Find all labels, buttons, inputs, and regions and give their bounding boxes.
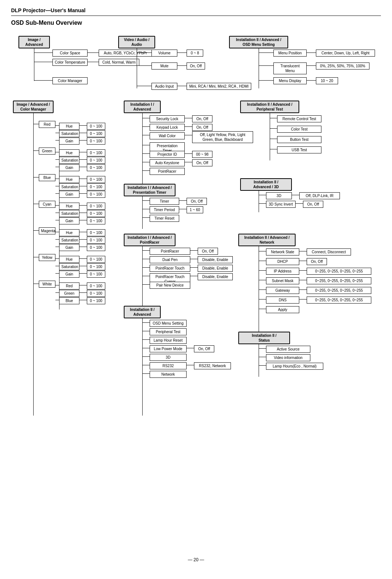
white-green-label: Green — [59, 290, 79, 297]
pointracer-touch-cursor-value: Disable, Enable — [198, 273, 233, 280]
header-inst2-network: Installation II / Advanced /Network — [238, 234, 296, 246]
dns-value: 0~255, 0~255, 0~255, 0~255 — [307, 297, 371, 304]
button-test: Button Test — [277, 136, 321, 143]
timer-reset-label: Timer Reset — [150, 215, 179, 222]
usb-test: USB Test — [277, 146, 321, 153]
active-source-label: Active Source — [266, 346, 310, 353]
ip-address-value: 0~255, 0~255, 0~255, 0~255 — [307, 268, 371, 275]
network-state-label: Network State — [266, 248, 299, 255]
low-power-mode-label: Low Power Mode — [150, 345, 187, 352]
red-saturation-value: 0 ~ 100 — [87, 130, 105, 137]
low-power-mode-value: On, Off — [194, 345, 214, 352]
pointracer-touch-value: Disable, Enable — [198, 265, 233, 272]
menu-position-label: Menu Position — [273, 50, 307, 57]
blue-saturation-label: Saturation — [59, 183, 79, 190]
header-inst2-osd: Installation II / Advanced /OSD Menu Set… — [229, 36, 288, 48]
white-blue-value: 0 ~ 100 — [87, 297, 105, 304]
green-hue-label: Hue — [59, 149, 79, 156]
green-gain-value: 0 ~ 100 — [87, 164, 105, 171]
cyan-gain-label: Gain — [59, 217, 79, 224]
timer-period-value: 1 ~ 60 — [187, 206, 203, 213]
cyan-hue-label: Hue — [59, 203, 79, 210]
audio-input-value: Mini, RCA / Mini, Mini2, RCA , HDMI — [187, 83, 251, 90]
auto-keystone-value: On, Off — [192, 159, 212, 166]
timer-value: On, Off — [187, 198, 207, 205]
menu-display-label: Menu Display — [273, 77, 307, 84]
white-red-label: Red — [59, 282, 79, 290]
color-space-value: Auto, RGB, YCbCr, YPbPr — [99, 50, 152, 57]
security-lock-label: Security Lock — [150, 115, 185, 122]
white-red-value: 0 ~ 100 — [87, 282, 105, 290]
red-hue-label: Hue — [59, 123, 79, 130]
cyan-hue-value: 0 ~ 100 — [87, 203, 105, 210]
volume-label: Volume — [151, 50, 177, 57]
white-label: White — [39, 281, 55, 288]
apply-label: Apply — [266, 306, 299, 313]
rs232-label: RS232 — [150, 362, 187, 369]
magenta-gain-value: 0 ~ 100 — [87, 244, 105, 251]
menu-display-value: 10 ~ 20 — [316, 77, 338, 84]
magenta-saturation-label: Saturation — [59, 237, 79, 244]
rs232-value: RS232, Network — [194, 362, 231, 369]
red-gain-label: Gain — [59, 138, 79, 145]
timer-label: Timer — [150, 198, 179, 205]
gateway-value: 0~255, 0~255, 0~255, 0~255 — [307, 287, 371, 294]
keypad-lock-label: Keypad Lock — [150, 124, 185, 131]
blue-saturation-value: 0 ~ 100 — [87, 183, 105, 190]
cyan-gain-value: 0 ~ 100 — [87, 217, 105, 224]
translucent-menu-value: 0%, 25%, 50%, 75%, 100% — [316, 62, 369, 70]
pair-new-device-label: Pair New Device — [150, 282, 190, 289]
header-video-audio: Video / Audio /Audio — [118, 36, 155, 48]
header-inst1-presentation: Installation I / Advanced /Presentation … — [124, 184, 175, 196]
header-inst2-advanced: Installation II /Advanced — [124, 306, 161, 318]
red-label: Red — [39, 121, 55, 128]
keypad-lock-value: On, Off — [192, 124, 212, 131]
cyan-label: Cyan — [39, 201, 55, 208]
header-inst2-status: Installation II /Status — [238, 332, 290, 344]
yellow-hue-label: Hue — [59, 256, 79, 263]
peripheral-test-label: Peripheral Test — [150, 328, 187, 335]
color-temperature-value: Cold, Normal, Warm — [99, 59, 139, 66]
mute-label: Mute — [151, 62, 177, 70]
menu-position-value: Center, Down, Up, Left, Right — [316, 50, 375, 57]
network-label: Network — [150, 371, 187, 378]
3d-sync-invert-value: On, Off — [303, 201, 323, 208]
pointracer-label: PointRacer — [150, 248, 190, 255]
green-hue-value: 0 ~ 100 — [87, 149, 105, 156]
color-temperature-label: Color Temperature — [52, 59, 88, 66]
lamp-hours-label: Lamp Hours(Eco , Normal) — [266, 363, 323, 370]
blue-gain-label: Gain — [59, 191, 79, 198]
green-label: Green — [39, 148, 55, 155]
yellow-gain-value: 0 ~ 100 — [87, 271, 105, 278]
dns-label: DNS — [266, 297, 299, 304]
dhcp-value: On, Off — [307, 258, 327, 265]
dual-pen-label: Dual Pen — [150, 256, 190, 263]
red-gain-value: 0 ~ 100 — [87, 138, 105, 145]
cyan-saturation-value: 0 ~ 100 — [87, 210, 105, 217]
translucent-menu-label: Translucent Menu — [273, 62, 307, 74]
header-inst2-3d: Installation II /Advanced / 3D — [240, 178, 292, 191]
gateway-label: Gateway — [266, 287, 299, 294]
cyan-saturation-label: Saturation — [59, 210, 79, 217]
wall-color-label: Wall Color — [150, 132, 185, 139]
ip-address-label: IP Address — [266, 268, 299, 275]
blue-hue-value: 0 ~ 100 — [87, 176, 105, 183]
color-test: Color Test — [277, 126, 321, 133]
lamp-hour-reset-label: Lamp Hour Reset — [150, 337, 187, 344]
security-lock-value: On, Off — [192, 115, 212, 122]
osd-menu-setting-label: OSD Menu Setting — [150, 320, 187, 327]
white-blue-label: Blue — [59, 297, 79, 304]
color-space-label: Color Space — [52, 50, 88, 57]
white-green-value: 0 ~ 100 — [87, 290, 105, 297]
3d-sync-invert-label: 3D Sync Invert — [266, 201, 296, 208]
color-manager-label: Color Manager — [52, 77, 88, 84]
3d-label: 3D — [266, 192, 292, 199]
manual-title: DLP Projector—User's Manual — [11, 7, 381, 16]
red-saturation-label: Saturation — [59, 130, 79, 137]
header-inst1-advanced: Installation I /Advanced — [124, 101, 161, 113]
section-title: OSD Sub-Menu Overview — [11, 20, 381, 26]
header-image-advanced: Image /Advanced — [18, 36, 50, 48]
dual-pen-value: Disable, Enable — [198, 256, 233, 263]
subnet-mask-value: 0~255, 0~255, 0~255, 0~255 — [307, 277, 371, 284]
remote-control-test: Remote Control Test — [277, 115, 321, 122]
